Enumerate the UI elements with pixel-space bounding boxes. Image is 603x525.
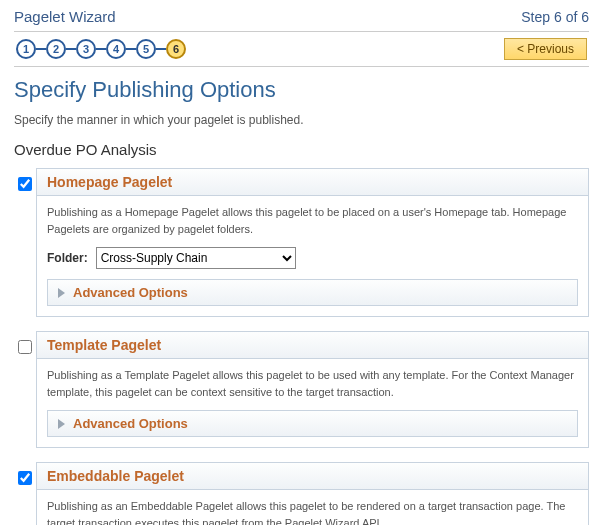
steps-nav: 123456	[16, 39, 186, 59]
chevron-right-icon	[58, 288, 65, 298]
homepage-advanced-label: Advanced Options	[73, 285, 188, 300]
embeddable-pagelet-desc: Publishing as an Embeddable Pagelet allo…	[47, 498, 578, 525]
embeddable-pagelet-header: Embeddable Pagelet	[36, 462, 589, 490]
step-connector	[126, 48, 136, 50]
step-indicator: Step 6 of 6	[521, 9, 589, 25]
template-advanced-toggle[interactable]: Advanced Options	[47, 410, 578, 437]
step-connector	[156, 48, 166, 50]
embeddable-pagelet-checkbox[interactable]	[18, 471, 32, 485]
chevron-right-icon	[58, 419, 65, 429]
page-description: Specify the manner in which your pagelet…	[14, 113, 589, 127]
template-pagelet-section: Template Pagelet Publishing as a Templat…	[14, 331, 589, 448]
previous-button[interactable]: < Previous	[504, 38, 587, 60]
homepage-pagelet-section: Homepage Pagelet Publishing as a Homepag…	[14, 168, 589, 317]
step-5[interactable]: 5	[136, 39, 156, 59]
step-connector	[36, 48, 46, 50]
embeddable-pagelet-section: Embeddable Pagelet Publishing as an Embe…	[14, 462, 589, 525]
template-pagelet-header: Template Pagelet	[36, 331, 589, 359]
template-pagelet-checkbox[interactable]	[18, 340, 32, 354]
folder-select[interactable]: Cross-Supply Chain	[96, 247, 296, 269]
step-2[interactable]: 2	[46, 39, 66, 59]
step-4[interactable]: 4	[106, 39, 126, 59]
homepage-pagelet-checkbox[interactable]	[18, 177, 32, 191]
homepage-advanced-toggle[interactable]: Advanced Options	[47, 279, 578, 306]
template-advanced-label: Advanced Options	[73, 416, 188, 431]
pagelet-name-heading: Overdue PO Analysis	[14, 141, 589, 158]
step-connector	[66, 48, 76, 50]
step-1[interactable]: 1	[16, 39, 36, 59]
step-6: 6	[166, 39, 186, 59]
wizard-title: Pagelet Wizard	[14, 8, 116, 25]
step-connector	[96, 48, 106, 50]
folder-label: Folder:	[47, 251, 88, 265]
homepage-pagelet-desc: Publishing as a Homepage Pagelet allows …	[47, 204, 578, 237]
step-3[interactable]: 3	[76, 39, 96, 59]
template-pagelet-desc: Publishing as a Template Pagelet allows …	[47, 367, 578, 400]
homepage-pagelet-header: Homepage Pagelet	[36, 168, 589, 196]
page-title: Specify Publishing Options	[14, 77, 589, 103]
